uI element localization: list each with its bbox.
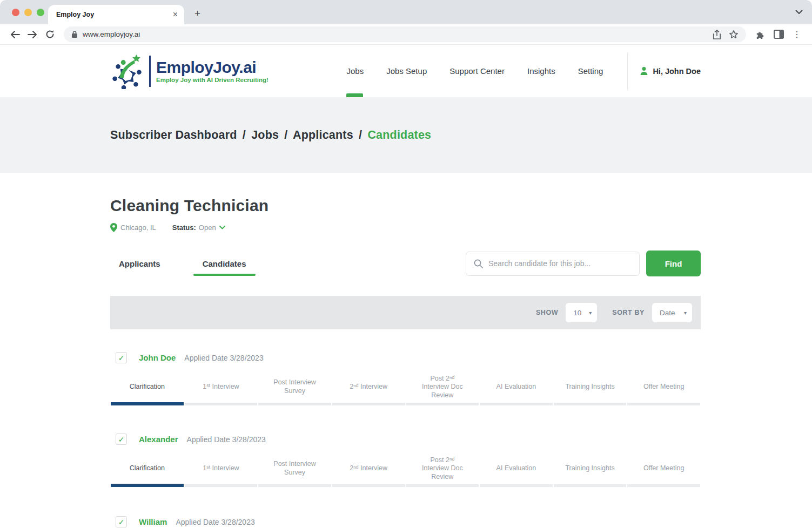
- caret-down-icon: ▾: [684, 310, 687, 316]
- breadcrumb-jobs[interactable]: Jobs: [251, 128, 279, 141]
- stage-clarification[interactable]: Clarification: [110, 376, 184, 405]
- nav-item-jobs[interactable]: Jobs: [335, 45, 375, 97]
- caret-down-icon: ▾: [589, 310, 592, 316]
- app-header: EmployJoy.ai Employ Joy with AI Driven R…: [0, 45, 812, 97]
- sort-dropdown[interactable]: Date ▾: [652, 303, 692, 322]
- sort-value: Date: [660, 309, 675, 317]
- new-tab-button[interactable]: +: [194, 8, 200, 18]
- logo-divider: [149, 56, 151, 87]
- lock-icon: [71, 30, 78, 38]
- stage-post-interview-survey[interactable]: Post Interview Survey: [258, 458, 332, 487]
- browser-tab-strip: Employ Joy × +: [0, 0, 812, 24]
- show-dropdown[interactable]: 10 ▾: [566, 303, 597, 322]
- address-bar[interactable]: www.employjoy.ai: [64, 26, 746, 42]
- stage-post-second-interview-doc-review[interactable]: Post 2ⁿᵈ Interview Doc Review: [406, 458, 480, 487]
- side-panel-icon[interactable]: [774, 30, 784, 39]
- stage-first-interview[interactable]: 1ˢᵗ Interview: [184, 376, 258, 405]
- check-icon: ✓: [118, 518, 125, 526]
- candidate-row: ✓ John Doe Applied Date 3/28/2023 Clarif…: [110, 352, 701, 405]
- stage-second-interview[interactable]: 2ⁿᵈ Interview: [332, 458, 406, 487]
- candidate-checkbox[interactable]: ✓: [116, 352, 127, 363]
- check-icon: ✓: [118, 436, 125, 443]
- nav-item-setting[interactable]: Setting: [567, 45, 615, 97]
- toolbar-right: ⋮: [750, 29, 806, 39]
- search-icon: [474, 259, 483, 268]
- stage-training-insights[interactable]: Training Insights: [553, 458, 627, 487]
- browser-toolbar: www.employjoy.ai ⋮: [0, 24, 812, 45]
- reload-icon[interactable]: [43, 28, 57, 42]
- stage-training-insights[interactable]: Training Insights: [553, 376, 627, 405]
- find-button[interactable]: Find: [646, 251, 701, 276]
- user-greeting: Hi, John Doe: [653, 67, 701, 76]
- tab-strip-chevron-down-icon[interactable]: [795, 10, 803, 15]
- browser-menu-dots-icon[interactable]: ⋮: [793, 29, 801, 39]
- stage-bar: [111, 402, 184, 405]
- status-label: Status:: [172, 224, 196, 232]
- brand-tagline: Employ Joy with AI Driven Recruiting!: [156, 77, 269, 83]
- job-location: Chicago, IL: [120, 224, 156, 232]
- share-icon[interactable]: [713, 30, 721, 39]
- nav-item-jobs-setup[interactable]: Jobs Setup: [375, 45, 438, 97]
- stage-bar: [627, 484, 700, 487]
- tab-applicants[interactable]: Applicants: [110, 259, 169, 268]
- stage-post-interview-survey[interactable]: Post Interview Survey: [258, 376, 332, 405]
- search-box: [466, 252, 640, 276]
- stage-first-interview[interactable]: 1ˢᵗ Interview: [184, 458, 258, 487]
- status-chevron-down-icon[interactable]: [219, 226, 225, 229]
- stage-offer-meeting[interactable]: Offer Meeting: [627, 376, 701, 405]
- stage-post-second-interview-doc-review[interactable]: Post 2ⁿᵈ Interview Doc Review: [406, 376, 480, 405]
- close-window-button[interactable]: [12, 9, 19, 16]
- stage-bar: [406, 484, 479, 487]
- stage-bar: [627, 403, 700, 405]
- url-text: www.employjoy.ai: [83, 30, 705, 38]
- browser-window: Employ Joy × + www.employjoy.ai: [0, 0, 812, 528]
- stage-bar: [258, 484, 331, 487]
- breadcrumb: Subscriber Dashboard / Jobs / Applicants…: [110, 128, 431, 142]
- main-nav: Jobs Jobs Setup Support Center Insights …: [335, 45, 701, 97]
- stage-offer-meeting[interactable]: Offer Meeting: [627, 458, 701, 487]
- stage-progress: Clarification 1ˢᵗ Interview Post Intervi…: [110, 376, 701, 405]
- forward-icon[interactable]: [25, 28, 39, 42]
- stage-clarification[interactable]: Clarification: [110, 458, 184, 487]
- stage-bar: [258, 403, 331, 405]
- candidate-name[interactable]: John Doe: [139, 353, 176, 362]
- browser-tab[interactable]: Employ Joy ×: [48, 5, 184, 24]
- stage-bar: [111, 484, 184, 487]
- tab-close-icon[interactable]: ×: [173, 10, 178, 19]
- candidate-name[interactable]: William: [139, 517, 167, 526]
- show-label: SHOW: [536, 309, 558, 316]
- breadcrumb-separator: /: [357, 128, 364, 141]
- candidate-applied-date: Applied Date 3/28/2023: [176, 518, 254, 526]
- nav-item-support-center[interactable]: Support Center: [438, 45, 516, 97]
- stage-ai-evaluation[interactable]: AI Evaluation: [479, 458, 553, 487]
- tabs-row: Applicants Candidates Find: [110, 251, 701, 276]
- maximize-window-button[interactable]: [37, 9, 44, 16]
- stage-bar: [480, 484, 553, 487]
- user-menu[interactable]: Hi, John Doe: [640, 66, 701, 76]
- stage-bar: [185, 403, 258, 405]
- breadcrumb-subscriber-dashboard[interactable]: Subscriber Dashboard: [110, 128, 237, 141]
- tab-candidates[interactable]: Candidates: [194, 259, 255, 268]
- header-divider: [627, 53, 628, 90]
- breadcrumb-applicants[interactable]: Applicants: [293, 128, 353, 141]
- candidate-checkbox[interactable]: ✓: [116, 434, 127, 445]
- status-value: Open: [199, 224, 216, 232]
- breadcrumb-candidates: Candidates: [367, 128, 431, 141]
- search-input[interactable]: [488, 259, 632, 268]
- user-icon: [640, 66, 648, 76]
- candidate-row: ✓ William Applied Date 3/28/2023: [110, 516, 701, 528]
- bookmark-star-icon[interactable]: [729, 30, 739, 39]
- nav-item-insights[interactable]: Insights: [516, 45, 567, 97]
- brand-name: EmployJoy.ai: [156, 59, 269, 76]
- candidate-name[interactable]: Alexander: [139, 435, 178, 444]
- stage-ai-evaluation[interactable]: AI Evaluation: [479, 376, 553, 405]
- extensions-puzzle-icon[interactable]: [755, 29, 765, 39]
- candidate-checkbox[interactable]: ✓: [116, 516, 127, 527]
- stage-bar: [332, 403, 405, 405]
- job-meta: Chicago, IL Status: Open: [110, 223, 701, 232]
- minimize-window-button[interactable]: [24, 9, 32, 16]
- stage-second-interview[interactable]: 2ⁿᵈ Interview: [332, 376, 406, 405]
- sort-by-label: SORT BY: [612, 309, 645, 316]
- employjoy-logo[interactable]: EmployJoy.ai Employ Joy with AI Driven R…: [110, 53, 269, 89]
- back-icon[interactable]: [8, 28, 22, 42]
